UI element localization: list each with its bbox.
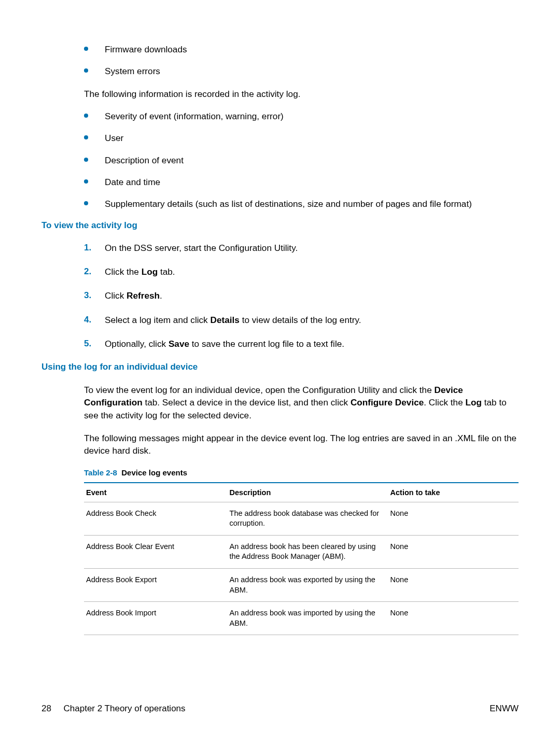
list-item: Date and time — [84, 176, 519, 188]
cell-event: Address Book Export — [84, 569, 228, 602]
cell-action: None — [388, 535, 519, 568]
step-item: 5.Optionally, click Save to save the cur… — [84, 338, 519, 349]
info-bullet-list: Severity of event (information, warning,… — [84, 110, 519, 210]
step-number: 5. — [84, 338, 91, 349]
bullet-icon — [84, 114, 88, 118]
table-row: Address Book Export An address book was … — [84, 569, 519, 602]
step-number: 2. — [84, 266, 91, 277]
bullet-icon — [84, 68, 88, 73]
list-item-text: System errors — [105, 66, 160, 76]
footer-chapter-text: Chapter 2 Theory of operations — [64, 704, 186, 713]
cell-event: Address Book Check — [84, 502, 228, 535]
device-log-events-table: Event Description Action to take Address… — [84, 482, 519, 636]
step-text: Select a log item and click Details to v… — [105, 315, 361, 325]
list-item-text: Severity of event (information, warning,… — [105, 111, 284, 121]
section2-paragraph-2: The following messages might appear in t… — [84, 432, 519, 457]
cell-description: An address book was exported by using th… — [228, 569, 388, 602]
cell-event: Address Book Import — [84, 602, 228, 635]
list-item: Description of event — [84, 154, 519, 166]
list-item-text: Supplementary details (such as list of d… — [105, 199, 472, 209]
bullet-icon — [84, 179, 88, 184]
cell-action: None — [388, 602, 519, 635]
intro-bullet-list: Firmware downloads System errors — [84, 44, 519, 77]
list-item: Severity of event (information, warning,… — [84, 110, 519, 122]
table-row: Address Book Check The address book data… — [84, 502, 519, 535]
step-item: 4.Select a log item and click Details to… — [84, 314, 519, 326]
step-number: 3. — [84, 290, 91, 301]
document-page: Firmware downloads System errors The fol… — [0, 0, 560, 745]
step-text: Optionally, click Save to save the curre… — [105, 339, 344, 349]
step-number: 1. — [84, 242, 91, 254]
section2-paragraph-1: To view the event log for an individual … — [84, 384, 519, 421]
list-item-text: Date and time — [105, 177, 160, 187]
cell-event: Address Book Clear Event — [84, 535, 228, 568]
list-item-text: User — [105, 133, 123, 143]
cell-action: None — [388, 502, 519, 535]
step-item: 2.Click the Log tab. — [84, 266, 519, 277]
table-header-row: Event Description Action to take — [84, 483, 519, 502]
section-heading-individual-device: Using the log for an individual device — [41, 362, 519, 372]
intro-bullets-block: Firmware downloads System errors The fol… — [84, 44, 519, 210]
steps-list: 1.On the DSS server, start the Configura… — [84, 242, 519, 350]
table-header-description: Description — [228, 483, 388, 502]
table-header-event: Event — [84, 483, 228, 502]
step-item: 3.Click Refresh. — [84, 290, 519, 301]
list-item-text: Firmware downloads — [105, 44, 187, 54]
bullet-icon — [84, 135, 88, 139]
cell-description: The address book database was checked fo… — [228, 502, 388, 535]
table-caption-title: Device log events — [121, 468, 187, 477]
step-item: 1.On the DSS server, start the Configura… — [84, 242, 519, 254]
steps-block: 1.On the DSS server, start the Configura… — [84, 242, 519, 350]
bullet-icon — [84, 201, 88, 205]
footer-right: ENWW — [489, 704, 519, 714]
section-heading-view-log: To view the activity log — [41, 220, 519, 231]
cell-description: An address book was imported by using th… — [228, 602, 388, 635]
step-text: Click the Log tab. — [105, 266, 175, 277]
step-text: On the DSS server, start the Configurati… — [105, 243, 298, 253]
list-item-text: Description of event — [105, 155, 184, 165]
list-item: System errors — [84, 65, 519, 77]
list-item: User — [84, 132, 519, 144]
table-row: Address Book Clear Event An address book… — [84, 535, 519, 568]
step-number: 4. — [84, 314, 91, 326]
page-footer: 28 Chapter 2 Theory of operations ENWW — [41, 704, 519, 714]
intro-paragraph: The following information is recorded in… — [84, 88, 519, 100]
footer-left: 28 Chapter 2 Theory of operations — [41, 704, 186, 714]
list-item: Firmware downloads — [84, 44, 519, 55]
bullet-icon — [84, 158, 88, 162]
list-item: Supplementary details (such as list of d… — [84, 198, 519, 209]
bullet-icon — [84, 47, 88, 51]
table-header-action: Action to take — [388, 483, 519, 502]
cell-description: An address book has been cleared by usin… — [228, 535, 388, 568]
table-caption: Table 2-8 Device log events — [84, 468, 519, 477]
table-row: Address Book Import An address book was … — [84, 602, 519, 635]
cell-action: None — [388, 569, 519, 602]
table-caption-label: Table 2-8 — [84, 468, 117, 477]
footer-page-number: 28 — [41, 704, 51, 713]
step-text: Click Refresh. — [105, 290, 162, 301]
section2-body: To view the event log for an individual … — [84, 384, 519, 635]
